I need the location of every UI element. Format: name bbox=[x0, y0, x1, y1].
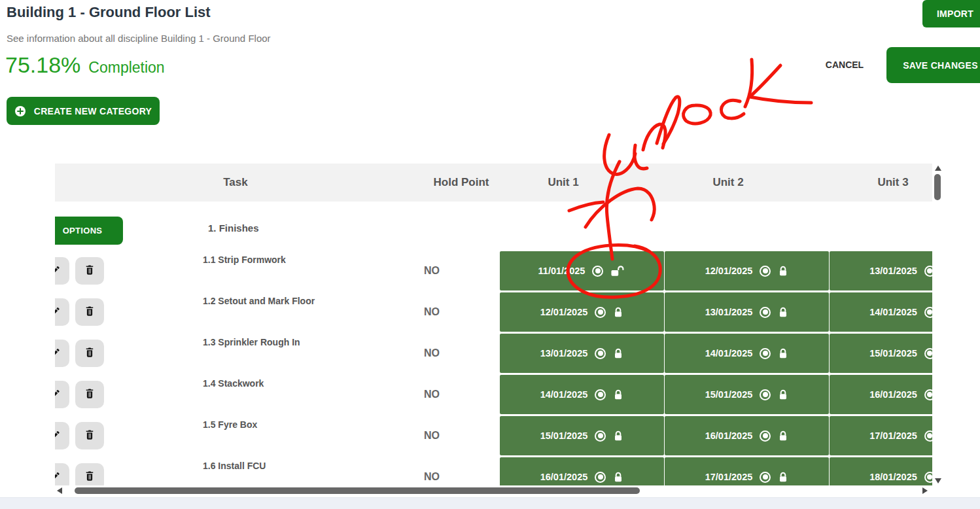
lock-closed-icon[interactable] bbox=[613, 347, 623, 360]
unit-date-cell[interactable]: 16/01/2025 bbox=[830, 375, 932, 414]
edit-task-button[interactable] bbox=[55, 257, 69, 285]
radio-selected-icon[interactable] bbox=[760, 389, 771, 400]
cell-date: 16/01/2025 bbox=[869, 389, 917, 400]
cell-date: 12/01/2025 bbox=[705, 266, 753, 276]
vertical-scrollbar[interactable] bbox=[933, 164, 942, 485]
radio-selected-icon[interactable] bbox=[760, 430, 771, 442]
radio-selected-icon[interactable] bbox=[595, 389, 606, 400]
radio-selected-icon[interactable] bbox=[760, 266, 771, 277]
unit-date-cell[interactable]: 13/01/2025 bbox=[500, 334, 664, 373]
edit-task-button[interactable] bbox=[55, 298, 69, 326]
lock-closed-icon[interactable] bbox=[778, 265, 788, 277]
import-button[interactable]: IMPORT bbox=[922, 0, 980, 27]
annotation-letter-l bbox=[657, 97, 680, 144]
radio-selected-icon[interactable] bbox=[760, 348, 771, 359]
radio-selected-icon[interactable] bbox=[924, 472, 932, 483]
lock-closed-icon[interactable] bbox=[778, 471, 788, 483]
trash-icon bbox=[84, 470, 96, 484]
lock-closed-icon[interactable] bbox=[778, 430, 788, 442]
vertical-scrollbar-thumb[interactable] bbox=[934, 174, 941, 200]
radio-selected-icon[interactable] bbox=[595, 472, 606, 483]
unit-date-cell[interactable]: 14/01/2025 bbox=[830, 292, 932, 332]
page-subtitle: See information about all discipline Bui… bbox=[7, 33, 271, 44]
hold-point-value: NO bbox=[424, 430, 440, 442]
radio-selected-icon[interactable] bbox=[595, 430, 606, 442]
unit-date-cell[interactable]: 16/01/2025 bbox=[665, 416, 829, 455]
trash-icon bbox=[84, 387, 96, 402]
category-options-button[interactable]: OPTIONS bbox=[55, 217, 123, 245]
delete-task-button[interactable] bbox=[75, 340, 104, 367]
completion-label: Completion bbox=[88, 59, 164, 77]
radio-selected-icon[interactable] bbox=[595, 348, 606, 359]
task-row: 1.4 StackworkNO14/01/202515/01/202516/01… bbox=[55, 375, 932, 416]
unit-date-cell[interactable]: 12/01/2025 bbox=[665, 251, 829, 290]
column-header-unit-2: Unit 2 bbox=[712, 176, 743, 189]
cell-date: 15/01/2025 bbox=[705, 389, 753, 400]
lock-open-icon[interactable] bbox=[610, 265, 625, 277]
table-header-row: Task Hold Point Unit 1 Unit 2 Unit 3 bbox=[55, 164, 932, 202]
radio-selected-icon[interactable] bbox=[924, 266, 932, 277]
radio-selected-icon[interactable] bbox=[592, 266, 603, 277]
scroll-down-icon[interactable] bbox=[935, 478, 941, 483]
unit-date-cell[interactable]: 15/01/2025 bbox=[665, 375, 829, 414]
annotation-letter-k bbox=[745, 60, 752, 107]
scroll-up-icon[interactable] bbox=[935, 166, 941, 171]
horizontal-scrollbar[interactable] bbox=[55, 485, 932, 496]
radio-selected-icon[interactable] bbox=[924, 389, 932, 400]
pencil-icon bbox=[55, 306, 61, 319]
lock-closed-icon[interactable] bbox=[778, 347, 788, 360]
trash-icon bbox=[84, 346, 96, 360]
create-new-category-button[interactable]: CREATE NEW CATEGORY bbox=[7, 97, 160, 125]
unit-date-cell[interactable]: 14/01/2025 bbox=[665, 334, 829, 373]
hold-point-value: NO bbox=[424, 306, 440, 318]
unit-date-cell[interactable]: 15/01/2025 bbox=[830, 334, 932, 373]
unit-date-cell[interactable]: 13/01/2025 bbox=[830, 251, 932, 290]
task-name: 1.3 Sprinkler Rough In bbox=[203, 337, 300, 347]
cell-date: 12/01/2025 bbox=[540, 307, 588, 317]
horizontal-scrollbar-thumb[interactable] bbox=[75, 487, 640, 494]
lock-closed-icon[interactable] bbox=[778, 389, 788, 401]
save-changes-button[interactable]: SAVE CHANGES bbox=[886, 47, 980, 83]
delete-task-button[interactable] bbox=[75, 298, 104, 326]
edit-task-button[interactable] bbox=[55, 422, 69, 449]
lock-closed-icon[interactable] bbox=[613, 430, 623, 442]
cancel-button[interactable]: CANCEL bbox=[822, 58, 867, 72]
cell-date: 14/01/2025 bbox=[869, 307, 917, 317]
radio-selected-icon[interactable] bbox=[924, 430, 932, 442]
hold-point-value: NO bbox=[424, 265, 440, 277]
lock-closed-icon[interactable] bbox=[778, 306, 788, 319]
delete-task-button[interactable] bbox=[75, 257, 104, 285]
radio-selected-icon[interactable] bbox=[924, 348, 932, 359]
pencil-icon bbox=[55, 429, 61, 443]
pencil-icon bbox=[55, 388, 61, 402]
radio-selected-icon[interactable] bbox=[924, 307, 932, 318]
hold-point-value: NO bbox=[424, 389, 440, 400]
delete-task-button[interactable] bbox=[75, 381, 104, 408]
scroll-right-icon[interactable] bbox=[922, 487, 928, 494]
unit-date-cell[interactable]: 13/01/2025 bbox=[665, 292, 829, 332]
lock-closed-icon[interactable] bbox=[613, 389, 623, 401]
edit-task-button[interactable] bbox=[55, 340, 69, 367]
radio-selected-icon[interactable] bbox=[760, 307, 771, 318]
trash-icon bbox=[84, 305, 96, 319]
radio-selected-icon[interactable] bbox=[595, 307, 606, 318]
lock-closed-icon[interactable] bbox=[613, 306, 623, 319]
unit-date-cell[interactable]: 14/01/2025 bbox=[500, 375, 664, 414]
delete-task-button[interactable] bbox=[75, 422, 104, 449]
pencil-icon bbox=[55, 264, 61, 278]
column-header-unit-1: Unit 1 bbox=[548, 176, 578, 189]
unit-date-cell[interactable]: 11/01/2025 bbox=[500, 251, 664, 290]
task-row: 1.2 Setout and Mark FloorNO12/01/202513/… bbox=[55, 292, 932, 334]
radio-selected-icon[interactable] bbox=[760, 472, 771, 483]
trash-icon bbox=[84, 264, 96, 278]
task-row: 1.3 Sprinkler Rough InNO13/01/202514/01/… bbox=[55, 334, 932, 375]
unit-date-cell[interactable]: 12/01/2025 bbox=[500, 292, 664, 332]
unit-date-cell[interactable]: 17/01/2025 bbox=[830, 416, 932, 455]
annotation-letter-o bbox=[684, 105, 711, 124]
annotation-letter-k-arm bbox=[750, 65, 811, 103]
lock-closed-icon[interactable] bbox=[613, 471, 623, 483]
unit-date-cell[interactable]: 15/01/2025 bbox=[500, 416, 664, 455]
scroll-left-icon[interactable] bbox=[57, 487, 62, 494]
edit-task-button[interactable] bbox=[55, 381, 69, 408]
hold-point-value: NO bbox=[424, 347, 440, 359]
